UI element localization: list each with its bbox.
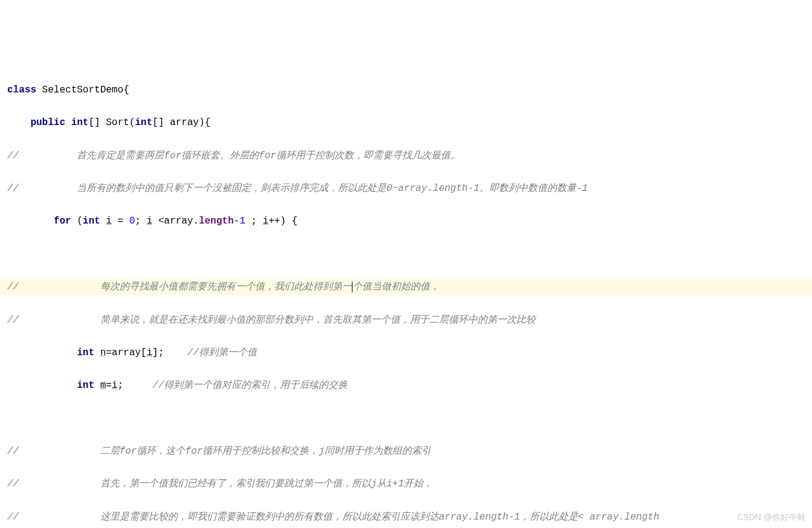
keyword: class: [7, 85, 36, 95]
comment: 二层for循环，这个for循环用于控制比较和交换，j同时用于作为数组的索引: [100, 446, 431, 457]
code-text: (: [129, 117, 135, 128]
code-line[interactable]: for (int i = 0; i <array.length-1 ; i++)…: [0, 213, 812, 230]
code-line[interactable]: // 二层for循环，这个for循环用于控制比较和交换，j同时用于作为数组的索引: [0, 443, 812, 460]
comment-marker: //: [7, 443, 19, 460]
code-editor[interactable]: class SelectSortDemo{ public int[] Sort(…: [0, 66, 812, 528]
comment: 这里是需要比较的，即我们需要验证数列中的所有数值，所以此处索引应该到达array…: [100, 512, 660, 523]
variable: i: [106, 216, 112, 227]
comment-marker: //: [7, 181, 19, 197]
code-line[interactable]: // 首先，第一个值我们已经有了，索引我们要跳过第一个值，所以j从i+1开始，: [0, 476, 812, 492]
number: 0: [129, 216, 135, 227]
method-name: Sort: [106, 117, 129, 128]
code-text: [94, 380, 100, 391]
code-line[interactable]: [0, 411, 812, 427]
variable: i: [263, 216, 269, 227]
code-text: ];: [152, 347, 187, 358]
variable: n: [100, 347, 106, 358]
code-text: =: [112, 216, 129, 227]
code-text: [100, 216, 106, 227]
code-text: ;: [245, 216, 263, 227]
code-line[interactable]: // 首先肯定是需要两层for循环嵌套。外层的for循环用于控制次数，即需要寻找…: [0, 148, 812, 164]
code-line[interactable]: // 当所有的数列中的值只剩下一个没被固定，则表示排序完成，所以此处是0~arr…: [0, 181, 812, 197]
code-text: <array.: [152, 216, 199, 227]
comment-marker: //: [7, 279, 19, 295]
code-line[interactable]: class SelectSortDemo{: [0, 82, 812, 98]
code-text: =array[: [106, 347, 146, 358]
variable: i: [146, 216, 152, 227]
code-text: ;: [117, 380, 152, 391]
keyword: public: [30, 117, 65, 128]
code-text: SelectSortDemo{: [36, 85, 129, 95]
keyword: int: [135, 117, 152, 128]
keyword: int: [77, 347, 94, 358]
comment: 首先，第一个值我们已经有了，索引我们要跳过第一个值，所以j从i+1开始，: [100, 478, 433, 489]
code-text: =: [106, 380, 112, 391]
code-line[interactable]: public int[] Sort(int[] array){: [0, 115, 812, 131]
text-cursor: [352, 282, 352, 292]
code-line[interactable]: // 简单来说，就是在还未找到最小值的那部分数列中，首先取其第一个值，用于二层循…: [0, 312, 812, 329]
comment: 简单来说，就是在还未找到最小值的那部分数列中，首先取其第一个值，用于二层循环中的…: [100, 315, 536, 326]
comment: //得到第一个值对应的索引，用于后续的交换: [152, 380, 348, 391]
code-text: -: [234, 216, 240, 227]
number: 1: [239, 216, 245, 227]
keyword: int: [77, 380, 94, 391]
variable: i: [146, 347, 152, 358]
comment: 当所有的数列中的值只剩下一个没被固定，则表示排序完成，所以此处是0~array.…: [77, 183, 588, 194]
comment: 每次的寻找最小值都需要先拥有一个值，我们此处得到第一: [100, 282, 352, 292]
code-line[interactable]: int n=array[i]; //得到第一个值: [0, 345, 812, 361]
code-text: ++) {: [268, 216, 297, 227]
comment: //得到第一个值: [187, 347, 257, 358]
keyword: for: [54, 216, 71, 227]
code-text: ;: [135, 216, 146, 227]
code-line[interactable]: // 这里是需要比较的，即我们需要验证数列中的所有数值，所以此处索引应该到达ar…: [0, 509, 812, 526]
comment: 个值当做初始的值，: [352, 282, 440, 292]
code-text: (: [71, 216, 83, 227]
code-line[interactable]: int m=i; //得到第一个值对应的索引，用于后续的交换: [0, 378, 812, 394]
code-line[interactable]: [0, 246, 812, 263]
code-text: [] array){: [152, 117, 210, 128]
comment-marker: //: [7, 148, 19, 164]
keyword: int: [83, 216, 100, 227]
comment: 首先肯定是需要两层for循环嵌套。外层的for循环用于控制次数，即需要寻找几次最…: [77, 150, 460, 161]
comment-marker: //: [7, 476, 19, 492]
code-text: [94, 347, 100, 358]
code-text: []: [88, 117, 106, 128]
field: length: [199, 216, 234, 227]
keyword: int: [71, 117, 89, 128]
comment-marker: //: [7, 312, 19, 329]
variable: m: [100, 380, 106, 391]
comment-marker: //: [7, 509, 19, 526]
code-line-current[interactable]: // 每次的寻找最小值都需要先拥有一个值，我们此处得到第一个值当做初始的值，: [0, 279, 812, 295]
